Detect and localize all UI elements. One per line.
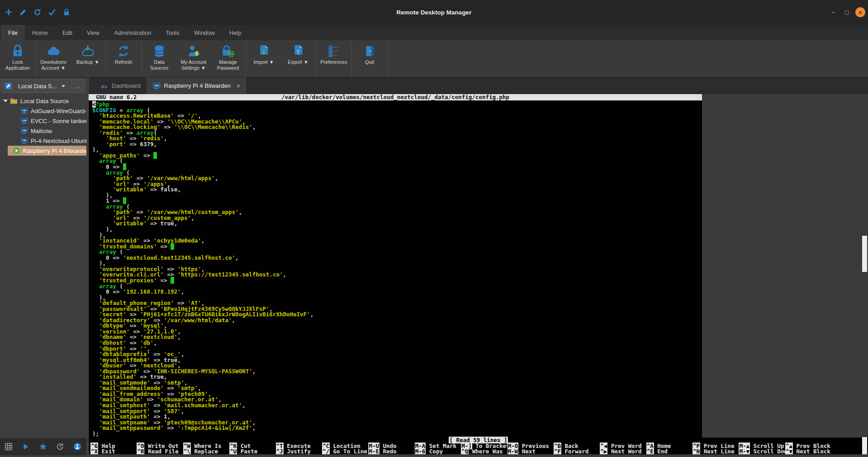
maximize-button[interactable]: □ <box>842 7 852 17</box>
ribbon-button-data-sources[interactable]: DataSources <box>142 40 176 77</box>
code-text: , <box>252 124 256 130</box>
code-text: , <box>201 237 205 244</box>
ribbon-button-label: Export ▼ <box>288 59 308 65</box>
code-line: 'trusted_proxies' => <box>92 278 313 284</box>
shortcut: M-6 Copy <box>415 449 461 454</box>
code-text: , <box>154 339 157 346</box>
quit-icon <box>363 43 376 59</box>
ribbon-group: DataSourcesMy AccountSettings ▼ManagePas… <box>142 40 246 77</box>
code-text: '192.168.178.192' <box>123 288 181 295</box>
tab-dashboard[interactable]: Dashboard <box>94 77 147 94</box>
star-icon[interactable] <box>39 443 47 451</box>
code-text: , <box>181 408 185 414</box>
code-text: , <box>310 311 314 318</box>
ribbon-button-label: ManagePassword <box>217 59 239 71</box>
ribbon-button-label: Quit <box>365 59 374 65</box>
code-text: 'writable' <box>113 186 147 193</box>
menu-item-tools[interactable]: Tools <box>158 25 186 40</box>
code-text: 'https://test12345.selfhost.co' <box>177 271 283 278</box>
data-source-selector[interactable]: Local Data S... <box>1 79 69 93</box>
svg-text:SSH: SSH <box>22 139 27 142</box>
nano-shortcut-list: ^G Help^X Exit^O Write Out^R Read File^W… <box>89 443 868 455</box>
ribbon-button-refresh[interactable]: Refresh <box>106 40 141 77</box>
svg-text:SSH: SSH <box>22 109 27 112</box>
code-text: 'IHR-SICHERES-MYSQL-PASSWORT' <box>153 368 252 375</box>
code-line: ), <box>92 227 313 233</box>
ribbon-button-backup[interactable]: Backup ▼ <box>71 40 105 77</box>
shortcut-column: M-Q PreviousM-W Next <box>508 443 554 455</box>
tree-item-local-data-source[interactable]: Local Data Source <box>0 96 86 106</box>
code-text: , <box>239 209 242 215</box>
user-info-icon[interactable] <box>73 443 81 451</box>
menu-item-help[interactable]: Help <box>222 25 249 40</box>
shortcut: ^U Paste <box>229 449 275 454</box>
dashboard-icon <box>100 82 108 90</box>
ribbon-button-preferences[interactable]: Preferences <box>317 40 351 77</box>
menu-item-administration[interactable]: Administration <box>107 25 158 40</box>
shortcut-label: Go To Line <box>333 448 367 455</box>
menu-item-edit[interactable]: Edit <box>55 25 80 40</box>
ribbon-label-line: Backup ▼ <box>76 59 100 65</box>
close-button[interactable]: × <box>855 7 865 17</box>
ribbon-group: Import ▼Export ▼ <box>246 40 316 77</box>
code-line: 'writable' => true, <box>92 221 313 227</box>
code-text: => <box>164 424 177 431</box>
data-source-icon <box>5 82 12 90</box>
export-icon <box>291 43 305 59</box>
play-footer-icon[interactable] <box>22 443 30 451</box>
ribbon-button-label: My AccountSettings ▼ <box>181 59 207 71</box>
tree-item-mailcow[interactable]: SSHMailcow <box>0 126 86 136</box>
code-text: , <box>191 214 194 221</box>
ribbon-group: DevolutionsAccount ▼Backup ▼ <box>36 40 106 77</box>
ribbon-button-quit[interactable]: Quit <box>352 40 387 77</box>
shortcut-key: ^F <box>554 448 561 455</box>
tab-raspberry-pi-4-bitwarden[interactable]: SSHRaspberry Pi 4 Bitwarden× <box>147 77 247 94</box>
ribbon-button-devolutions-account[interactable]: DevolutionsAccount ▼ <box>36 40 71 77</box>
menu-item-file[interactable]: File <box>1 25 25 40</box>
menubar: FileHomeEditViewAdministrationToolsWindo… <box>0 25 868 40</box>
ribbon-button-my-account-settings[interactable]: My AccountSettings ▼ <box>176 40 211 77</box>
menu-item-view[interactable]: View <box>80 25 107 40</box>
grid-icon[interactable] <box>5 443 13 451</box>
minimize-button[interactable]: − <box>828 7 838 17</box>
sidebar-more-button[interactable]: ... <box>70 79 85 93</box>
history-icon[interactable] <box>56 443 64 451</box>
tree-item-pi-4-nextcloud-ubuntu[interactable]: SSHPi-4-Nextcloud-Ubuntu <box>0 136 86 146</box>
close-icon[interactable]: × <box>237 82 240 90</box>
shortcut: ^X Exit <box>90 449 137 454</box>
tree-item-raspberry-pi-4-bitwarden[interactable]: Raspberry Pi 4 Bitwarden <box>8 146 86 156</box>
ribbon-label-line: Settings ▼ <box>181 65 207 71</box>
code-text: , <box>252 368 256 375</box>
tree-item-evcc-sonne-tanken[interactable]: SSHEVCC - Sonne tanken. <box>0 116 86 126</box>
shortcut-label: End <box>657 448 668 455</box>
ribbon-button-lock-application[interactable]: LockApplication <box>0 40 35 77</box>
backup-icon <box>81 43 95 59</box>
code-text: => true, <box>147 220 177 227</box>
shortcut-label: Next Block <box>796 448 830 455</box>
ribbon-button-manage-password[interactable]: ManagePassword <box>211 40 245 77</box>
svg-text:SSH: SSH <box>154 84 159 87</box>
shortcut-key: ^/ <box>322 448 330 455</box>
code-line: ); <box>92 431 313 437</box>
ribbon-group: LockApplication <box>0 40 36 77</box>
ribbon-group: Refresh <box>106 40 142 77</box>
ribbon-button-import[interactable]: Import ▼ <box>247 40 281 77</box>
ribbon-button-label: Preferences <box>320 59 347 65</box>
shortcut-column: M-] To Bracket^Q Where Was <box>461 443 507 455</box>
menu-item-home[interactable]: Home <box>25 25 55 40</box>
shortcut-label: Where Was <box>472 448 503 455</box>
code-text: ); <box>92 430 99 437</box>
ribbon-button-export[interactable]: Export ▼ <box>281 40 315 77</box>
ssh-terminal[interactable]: GNU nano 6.2 /var/lib/docker/volumes/nex… <box>89 94 702 438</box>
shortcut-key: ^N <box>693 448 700 455</box>
scrollbar-thumb-bottom[interactable] <box>862 437 867 454</box>
code-text: 'writable' <box>113 220 147 227</box>
expander-icon[interactable] <box>3 100 8 102</box>
shortcut-label: Paste <box>241 448 258 455</box>
menu-item-window[interactable]: Window <box>187 25 222 40</box>
shortcut-label: Justify <box>287 448 311 455</box>
shortcut: ^/ Go To Line <box>322 449 368 454</box>
scrollbar-thumb[interactable] <box>862 236 867 272</box>
tree-item-adguard-wireguard-r[interactable]: SSHAdGuard-WireGuard-R <box>0 106 86 116</box>
shortcut: ^R Read File <box>137 449 183 454</box>
